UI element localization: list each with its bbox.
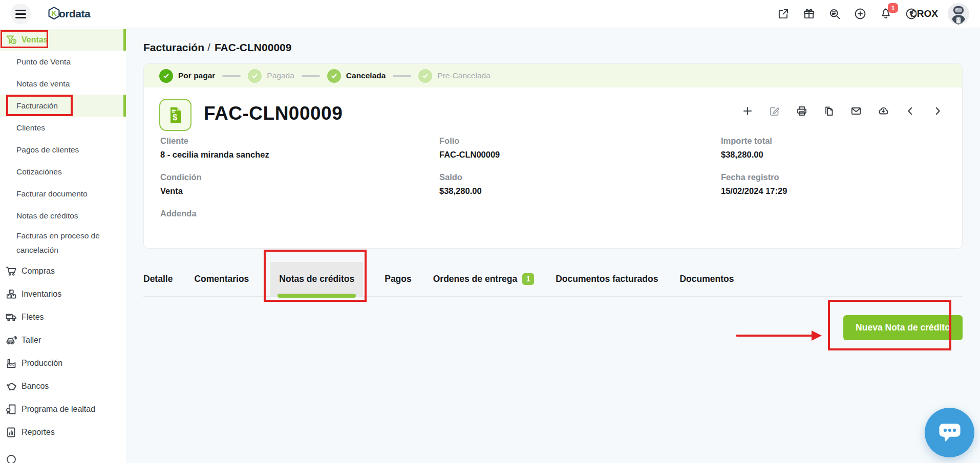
- svg-text:$: $: [173, 113, 177, 121]
- sidebar-item-label: Pagos de clientes: [16, 145, 79, 155]
- step-pagada: Pagada: [248, 69, 294, 83]
- logo-text: ordata: [59, 8, 90, 20]
- field-saldo: Saldo$38,280.00: [439, 172, 721, 196]
- sidebar-item-label: Taller: [22, 336, 41, 345]
- sidebar-item-clientes[interactable]: Clientes: [0, 117, 126, 139]
- car-icon: [5, 334, 17, 346]
- sidebar-item-bancos[interactable]: Bancos: [0, 374, 126, 398]
- cloud-download-icon[interactable]: [877, 105, 889, 117]
- tab-detalle[interactable]: Detalle: [143, 262, 173, 296]
- print-icon[interactable]: [796, 105, 808, 117]
- sidebar-item-label: Producción: [22, 359, 62, 368]
- field-value: FAC-CLN00009: [439, 150, 721, 160]
- tab-notas-de-creditos[interactable]: Notas de créditos: [270, 262, 363, 296]
- sidebar-item-label: Programa de lealtad: [22, 405, 95, 414]
- field-label: Saldo: [439, 172, 721, 182]
- breadcrumb-current: FAC-CLN00009: [215, 41, 292, 53]
- sidebar-item-inventarios[interactable]: Inventarios: [0, 282, 126, 305]
- annotation-arrow: [736, 330, 822, 341]
- help-circle-icon[interactable]: [905, 7, 918, 20]
- sidebar-item-compras[interactable]: Compras: [0, 259, 126, 282]
- sidebar-item-ventas[interactable]: $Ventas: [0, 29, 126, 51]
- field-label: Fecha registro: [721, 172, 947, 182]
- tab-documentos[interactable]: Documentos: [679, 262, 734, 296]
- loyalty-icon: [5, 403, 17, 415]
- truck-icon: [5, 311, 17, 323]
- step-por-pagar: Por pagar: [159, 69, 215, 83]
- sidebar-item-facturacion[interactable]: Facturación: [0, 95, 126, 117]
- sidebar-item-fletes[interactable]: Fletes: [0, 305, 126, 328]
- status-stepper: Por pagarPagadaCanceladaPre-Cancelada: [144, 64, 962, 87]
- sidebar-item-cotizaciones[interactable]: Cotizaciónes: [0, 161, 126, 183]
- tab-comentarios[interactable]: Comentarios: [194, 262, 249, 296]
- plus-icon[interactable]: [741, 105, 754, 117]
- field-label: Importe total: [721, 136, 947, 146]
- step-connector: [222, 75, 241, 77]
- field-label: Condición: [160, 172, 439, 182]
- tab-documentos-facturados[interactable]: Documentos facturados: [556, 262, 658, 296]
- main-content: Facturación/FAC-CLN00009 Por pagarPagada…: [126, 28, 980, 463]
- plus-circle-icon[interactable]: [854, 7, 867, 20]
- sidebar-item-label: Facturar documento: [16, 189, 88, 199]
- search-icon[interactable]: [828, 7, 841, 20]
- tab-label: Ordenes de entrega: [433, 274, 517, 284]
- sidebar-item-pagos-de-clientes[interactable]: Pagos de clientes: [0, 139, 126, 161]
- chat-bubble-icon: [935, 417, 965, 448]
- tab-pagos[interactable]: Pagos: [385, 262, 412, 296]
- field-label: Folio: [439, 136, 721, 146]
- sidebar-item-label: Inventarios: [22, 290, 61, 299]
- step-cancelada: Cancelada: [327, 69, 386, 83]
- sidebar-item-taller[interactable]: Taller: [0, 328, 126, 351]
- sidebar-item-item[interactable]: [0, 448, 126, 463]
- tabs: DetalleComentariosNotas de créditosPagos…: [143, 262, 963, 297]
- annotation-box-tab: [264, 250, 367, 302]
- sidebar-item-label: Punto de Venta: [16, 57, 71, 67]
- chevron-right-icon[interactable]: [931, 105, 944, 117]
- notification-badge: 1: [888, 3, 898, 13]
- chevron-left-icon[interactable]: [904, 105, 917, 117]
- user-avatar[interactable]: [947, 3, 970, 25]
- mail-icon[interactable]: [850, 105, 862, 117]
- tab-ordenes-de-entrega[interactable]: Ordenes de entrega1: [433, 262, 534, 296]
- field-value: $38,280.00: [721, 150, 947, 160]
- hamburger-menu-button[interactable]: [10, 4, 31, 24]
- field-label: Addenda: [160, 209, 439, 218]
- tab-action-row: Nueva Nota de crédito: [143, 315, 963, 340]
- app-logo: K ordata: [47, 6, 90, 22]
- new-credit-note-button[interactable]: Nueva Nota de crédito: [843, 315, 963, 340]
- field-cliente: Cliente8 - cecilia miranda sanchez: [160, 136, 439, 160]
- copy-icon[interactable]: [823, 105, 835, 117]
- sidebar-item-notas-de-creditos[interactable]: Notas de créditos: [0, 205, 126, 227]
- sidebar-item-label: Ventas: [22, 35, 48, 45]
- tab-count-badge: 1: [522, 273, 534, 285]
- external-link-icon[interactable]: [777, 7, 790, 20]
- step-label: Cancelada: [346, 71, 386, 80]
- field-value: $38,280.00: [439, 186, 721, 196]
- edit-icon[interactable]: [769, 105, 781, 117]
- step-label: Por pagar: [178, 71, 215, 80]
- step-connector: [302, 75, 320, 77]
- field-value: [160, 223, 439, 233]
- sidebar-item-programa-de-lealtad[interactable]: Programa de lealtad: [0, 398, 126, 421]
- funnel-dollar-icon: $: [5, 34, 17, 46]
- tab-label: Pagos: [385, 274, 412, 284]
- bell-icon[interactable]: 1: [879, 7, 892, 20]
- sidebar-item-punto-de-venta[interactable]: Punto de Venta: [0, 51, 126, 73]
- sidebar-item-notas-de-venta[interactable]: Notas de venta: [0, 73, 126, 95]
- svg-text:K: K: [51, 9, 57, 17]
- piggy-bank-icon: [5, 380, 17, 392]
- step-label: Pre-Cancelada: [437, 71, 490, 80]
- sidebar-item-reportes[interactable]: Reportes: [0, 421, 126, 444]
- tab-label: Detalle: [143, 274, 173, 284]
- sidebar-item-produccion[interactable]: Producción: [0, 351, 126, 374]
- field-importe-total: Importe total$38,280.00: [721, 136, 947, 160]
- sidebar-item-label: Fletes: [22, 313, 44, 322]
- check-icon: [159, 69, 173, 83]
- sidebar-item-facturar-documento[interactable]: Facturar documento: [0, 183, 126, 205]
- sidebar-item-facturas-en-proceso-de-cancelacion[interactable]: Facturas en proceso de cancelación: [0, 227, 126, 259]
- field-value: 15/02/2024 17:29: [721, 186, 947, 196]
- breadcrumb-section[interactable]: Facturación: [143, 41, 204, 53]
- chat-launcher-button[interactable]: [925, 408, 974, 457]
- document-actions: [741, 105, 947, 117]
- gift-icon[interactable]: [802, 7, 816, 20]
